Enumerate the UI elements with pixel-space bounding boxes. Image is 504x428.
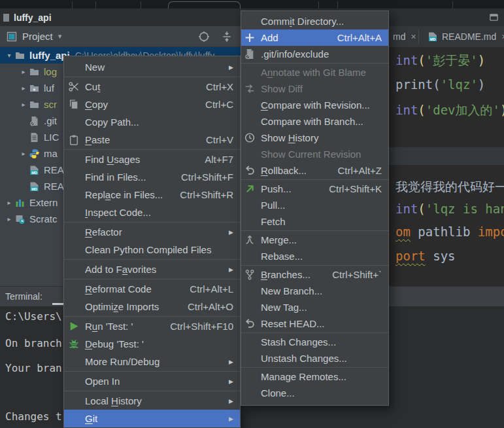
git-submenu-item-branches[interactable]: Branches...Ctrl+Shift+` xyxy=(241,266,388,283)
git-submenu-item-label: Merge... xyxy=(261,234,382,245)
context-menu-item-label: Copy xyxy=(85,99,196,110)
context-menu-item-find-in-files[interactable]: Find in Files...Ctrl+Shift+F xyxy=(64,168,240,186)
context-menu-item-reformat-code[interactable]: Reformat CodeCtrl+Alt+L xyxy=(64,280,240,298)
project-view-icon xyxy=(7,31,17,42)
git-submenu-item-stash-changes[interactable]: Stash Changes... xyxy=(241,334,388,350)
top-strip-divider xyxy=(141,1,141,9)
git-submenu-item-label: Show Current Revision xyxy=(261,149,382,160)
git-submenu-item-push[interactable]: Push...Ctrl+Shift+K xyxy=(241,181,388,197)
context-menu-item-cut[interactable]: CutCtrl+X xyxy=(64,78,240,96)
editor-tab-readme-md[interactable]: MDREADME.md× xyxy=(424,26,504,47)
git-submenu-item-merge[interactable]: Merge... xyxy=(241,232,388,248)
git-submenu-item-compare-with-branch[interactable]: Compare with Branch... xyxy=(241,113,388,130)
git-submenu-item-show-history[interactable]: Show History xyxy=(241,130,388,146)
blank xyxy=(244,99,256,111)
git-submenu-item-annotate-with-git-blame[interactable]: Annotate with Git Blame xyxy=(241,64,388,80)
code-line: port sys xyxy=(395,249,456,263)
close-icon[interactable]: × xyxy=(501,31,504,42)
context-menu-item-debug-test[interactable]: Debug 'Test: ' xyxy=(64,335,240,353)
git-submenu-item-unstash-changes[interactable]: Unstash Changes... xyxy=(241,350,388,366)
git-submenu-item-commit-directory[interactable]: Commit Directory... xyxy=(241,13,388,29)
tree-expand-icon[interactable]: ▸ xyxy=(4,199,14,206)
editor-tab-label: README.md xyxy=(442,31,496,42)
rollback-icon xyxy=(244,318,256,329)
blank xyxy=(68,154,80,165)
git-submenu-item-pull[interactable]: Pull... xyxy=(241,197,388,213)
context-menu-item-replace-in-files[interactable]: Replace in Files...Ctrl+Shift+R xyxy=(64,186,240,204)
tree-expand-icon[interactable]: ▸ xyxy=(18,68,29,75)
close-icon[interactable]: × xyxy=(411,31,416,42)
blank xyxy=(68,62,80,73)
blank xyxy=(244,216,256,227)
chevron-down-icon[interactable]: ▾ xyxy=(58,32,62,41)
git-submenu-item-manage-remotes[interactable]: Manage Remotes... xyxy=(241,368,388,385)
tree-item-label: REA xyxy=(44,164,64,175)
context-menu-item-optimize-imports[interactable]: Optimize ImportsCtrl+Alt+O xyxy=(64,298,240,315)
folder-icon xyxy=(29,67,40,77)
context-menu-item-paste[interactable]: PasteCtrl+V xyxy=(64,131,240,149)
tree-expand-icon[interactable]: ▸ xyxy=(18,101,29,108)
editor-tab-label: md xyxy=(393,31,405,42)
git-submenu-item-label: Commit Directory... xyxy=(261,16,382,27)
context-menu-item-label: Add to Favorites xyxy=(85,264,220,275)
context-menu-item-refactor[interactable]: Refactor▶ xyxy=(64,223,240,241)
context-menu-item-run-test[interactable]: Run 'Test: 'Ctrl+Shift+F10 xyxy=(64,317,240,335)
blank xyxy=(68,116,80,128)
git-submenu-item-label: Manage Remotes... xyxy=(261,371,382,382)
window-title: luffy_api xyxy=(14,12,52,23)
context-menu-item-copy-path[interactable]: Copy Path... xyxy=(64,113,240,131)
terminal-line: Changes t xyxy=(5,410,62,423)
blank xyxy=(244,251,256,262)
git-submenu-item-add[interactable]: AddCtrl+Alt+A xyxy=(241,29,388,46)
context-menu-separator xyxy=(64,77,240,77)
top-strip-divider xyxy=(318,1,319,9)
context-menu-item-copy[interactable]: CopyCtrl+C xyxy=(64,96,240,113)
blank xyxy=(68,244,80,255)
git-submenu-item-new-tag[interactable]: New Tag... xyxy=(241,299,388,315)
tree-item-label: LIC xyxy=(44,132,59,143)
context-menu-item-clean-python-compiled-files[interactable]: Clean Python Compiled Files xyxy=(64,241,240,259)
run-icon xyxy=(68,321,80,332)
context-menu-item-more-run-debug[interactable]: More Run/Debug▶ xyxy=(64,353,240,370)
context-menu-item-local-history[interactable]: Local History▶ xyxy=(64,392,240,410)
context-menu-item-label: Refactor xyxy=(85,226,220,238)
code-segment: ( xyxy=(418,53,425,67)
blank xyxy=(68,301,80,312)
git-submenu-separator xyxy=(241,179,388,180)
code-segment: pathlib xyxy=(418,224,470,239)
tree-expand-icon[interactable]: ▸ xyxy=(4,215,14,223)
git-submenu-item-show-current-revision[interactable]: Show Current Revision xyxy=(241,146,388,162)
context-menu-separator xyxy=(64,391,240,391)
git-submenu-item-fetch[interactable]: Fetch xyxy=(241,213,388,230)
context-menu-item-new[interactable]: New▶ xyxy=(64,58,240,76)
git-submenu-item-label: Rebase... xyxy=(261,251,382,262)
git-submenu-item-new-branch[interactable]: New Branch... xyxy=(241,283,388,299)
git-submenu-item-compare-with-revision[interactable]: Compare with Revision... xyxy=(241,97,388,113)
git-submenu-item-clone[interactable]: Clone... xyxy=(241,385,388,401)
git-submenu-item-show-diff[interactable]: Show Diff xyxy=(241,80,388,97)
tree-expand-icon[interactable]: ▸ xyxy=(18,150,29,157)
tree-expand-icon[interactable]: ▾ xyxy=(4,52,14,59)
context-menu-item-find-usages[interactable]: Find UsagesAlt+F7 xyxy=(64,151,240,168)
git-submenu-item-label: Reset HEAD... xyxy=(261,318,382,329)
locate-icon[interactable] xyxy=(198,31,210,43)
blank xyxy=(244,353,256,364)
project-view-label[interactable]: Project xyxy=(22,31,53,42)
collapse-all-icon[interactable] xyxy=(221,31,233,43)
git-submenu-item-rollback[interactable]: Rollback...Ctrl+Alt+Z xyxy=(241,162,388,179)
context-menu-item-git[interactable]: Git▶ xyxy=(64,410,240,427)
context-menu-item-open-in[interactable]: Open In▶ xyxy=(64,372,240,390)
context-menu-item-label: Clean Python Compiled Files xyxy=(85,244,233,255)
code-line: 我觉得我的代码好一点 xyxy=(395,179,504,196)
context-menu-item-inspect-code[interactable]: Inspect Code... xyxy=(64,204,240,221)
tree-expand-icon[interactable]: ▸ xyxy=(18,84,29,92)
editor-tab-md[interactable]: md× xyxy=(389,26,420,47)
blank xyxy=(244,149,256,160)
code-segment xyxy=(470,224,477,239)
git-submenu-item-reset-head[interactable]: Reset HEAD... xyxy=(241,315,388,332)
git-submenu-item-rebase[interactable]: Rebase... xyxy=(241,248,388,264)
folder-icon xyxy=(29,99,40,110)
context-menu-item-add-to-favorites[interactable]: Add to Favorites▶ xyxy=(64,260,240,278)
titlebar-icon[interactable] xyxy=(489,12,499,22)
git-submenu-item-git-info-exclude[interactable]: .git/info/exclude xyxy=(241,46,388,62)
